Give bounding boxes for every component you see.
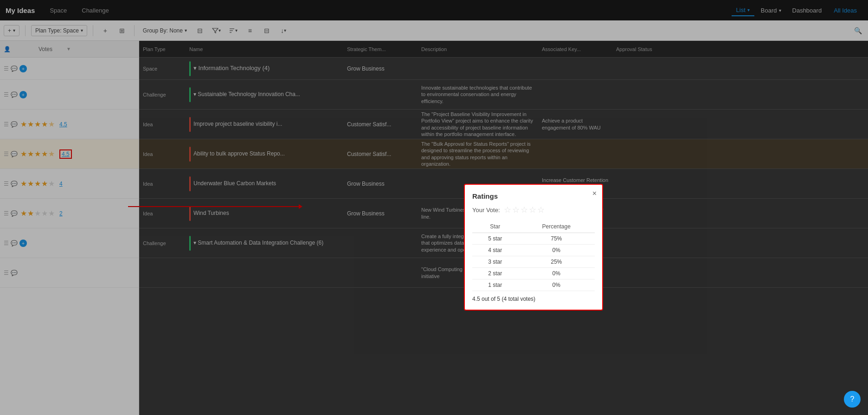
- vote-star-2[interactable]: ☆: [512, 205, 520, 215]
- star-label-5: 5 star: [472, 233, 518, 245]
- pct-2: 0%: [518, 268, 595, 279]
- modal-title: Ratings: [472, 192, 595, 200]
- help-btn[interactable]: ?: [844, 391, 861, 408]
- pct-col-header: Percentage: [518, 220, 595, 233]
- pct-3: 25%: [518, 256, 595, 268]
- your-vote-section: Your Vote: ☆ ☆ ☆ ☆ ☆: [472, 205, 595, 215]
- ratings-modal: Ratings × Your Vote: ☆ ☆ ☆ ☆ ☆ Star Perc…: [464, 184, 603, 311]
- rating-row-5star: 5 star 75%: [472, 233, 595, 245]
- vote-star-1[interactable]: ☆: [504, 205, 511, 215]
- modal-positioner: Ratings × Your Vote: ☆ ☆ ☆ ☆ ☆ Star Perc…: [0, 0, 868, 415]
- pct-5: 75%: [518, 233, 595, 245]
- star-label-2: 2 star: [472, 268, 518, 279]
- your-vote-label: Your Vote:: [472, 207, 500, 214]
- star-label-4: 4 star: [472, 245, 518, 256]
- modal-close-btn[interactable]: ×: [592, 189, 597, 198]
- ratings-summary: 4.5 out of 5 (4 total votes): [472, 296, 595, 302]
- star-label-3: 3 star: [472, 256, 518, 268]
- vote-star-3[interactable]: ☆: [521, 205, 528, 215]
- your-vote-stars[interactable]: ☆ ☆ ☆ ☆ ☆: [504, 205, 545, 215]
- star-col-header: Star: [472, 220, 518, 233]
- ratings-table: Star Percentage 5 star 75% 4 star 0% 3 s…: [472, 220, 595, 291]
- help-icon: ?: [850, 395, 855, 403]
- pct-1: 0%: [518, 279, 595, 291]
- vote-star-5[interactable]: ☆: [537, 205, 545, 215]
- pct-4: 0%: [518, 245, 595, 256]
- vote-star-4[interactable]: ☆: [529, 205, 536, 215]
- star-label-1: 1 star: [472, 279, 518, 291]
- rating-row-3star: 3 star 25%: [472, 256, 595, 268]
- modal-overlay[interactable]: Ratings × Your Vote: ☆ ☆ ☆ ☆ ☆ Star Perc…: [0, 0, 868, 415]
- rating-row-4star: 4 star 0%: [472, 245, 595, 256]
- rating-row-2star: 2 star 0%: [472, 268, 595, 279]
- rating-row-1star: 1 star 0%: [472, 279, 595, 291]
